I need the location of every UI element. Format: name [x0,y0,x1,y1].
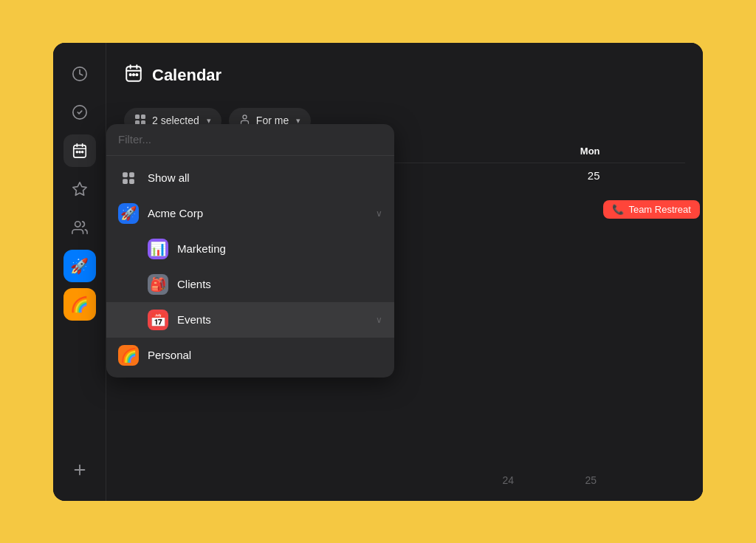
personal-icon: 🌈 [118,345,139,366]
event-label: Team Restreat [628,204,691,215]
svg-rect-26 [129,172,134,177]
list-item-marketing[interactable]: 📊 Marketing [106,231,394,267]
grid-icon [118,168,139,188]
event-pill[interactable]: 📞 Team Restreat [603,200,700,219]
svg-point-8 [81,151,83,152]
marketing-icon: 📊 [148,239,168,259]
calendar-date-25: 25 [520,169,605,182]
list-item-events[interactable]: 📅 Events ∨ [106,302,394,338]
calendar-bottom-date-24: 24 [437,474,520,486]
marketing-label: Marketing [177,242,382,255]
events-label: Events [177,313,367,326]
svg-marker-9 [72,182,86,194]
sidebar-item-inbox[interactable] [63,58,96,90]
add-button[interactable] [63,454,96,486]
svg-point-19 [136,74,137,75]
main-content: Calendar 2 selected ▾ [106,43,703,501]
acme-corp-icon: 🚀 [118,203,139,224]
sidebar-item-calendar[interactable] [63,134,96,167]
calendar-bottom-row: 24 25 [124,474,685,486]
list-item-clients[interactable]: 🎒 Clients [106,267,394,302]
svg-point-24 [243,115,247,119]
clients-label: Clients [177,278,382,290]
svg-rect-27 [123,179,128,184]
event-phone-icon: 📞 [612,204,624,215]
sidebar-item-app2[interactable]: 🌈 [63,288,96,321]
svg-point-6 [76,151,78,152]
clients-icon: 🎒 [148,274,168,295]
app-window: 🚀 🌈 [53,43,703,501]
header: Calendar [124,64,685,87]
sidebar-item-favorites[interactable] [63,173,96,205]
events-icon: 📅 [148,310,168,330]
personal-label: Personal [148,349,382,361]
list-item-acme-corp[interactable]: 🚀 Acme Corp ∨ [106,196,394,231]
acme-chevron-icon: ∨ [376,208,382,219]
svg-rect-20 [135,115,140,119]
sidebar-item-app1[interactable]: 🚀 [63,250,96,282]
svg-point-10 [75,221,80,226]
dropdown-list: Show all 🚀 Acme Corp ∨ 📊 Marketing 🎒 Cli… [106,156,394,378]
page-title: Calendar [152,66,221,85]
sidebar: 🚀 🌈 [53,43,106,501]
calendar-bottom-date-25: 25 [520,474,602,486]
svg-rect-28 [129,179,134,184]
svg-rect-21 [141,115,145,119]
svg-point-17 [130,74,131,75]
filter-input[interactable] [118,133,382,146]
sidebar-item-contacts[interactable] [63,211,96,244]
svg-point-7 [79,151,80,152]
calendar-col-mon: Mon [520,146,605,157]
svg-point-18 [133,74,134,75]
calendar-header-icon [124,64,143,87]
events-chevron-icon: ∨ [376,315,382,325]
svg-rect-25 [123,172,128,177]
list-item-personal[interactable]: 🌈 Personal [106,338,394,373]
acme-corp-label: Acme Corp [148,207,367,219]
show-all-label: Show all [148,171,382,184]
workspace-dropdown: Show all 🚀 Acme Corp ∨ 📊 Marketing 🎒 Cli… [106,124,394,378]
list-item-show-all[interactable]: Show all [106,160,394,196]
dropdown-search-area [106,124,394,156]
sidebar-item-tasks[interactable] [63,96,96,129]
